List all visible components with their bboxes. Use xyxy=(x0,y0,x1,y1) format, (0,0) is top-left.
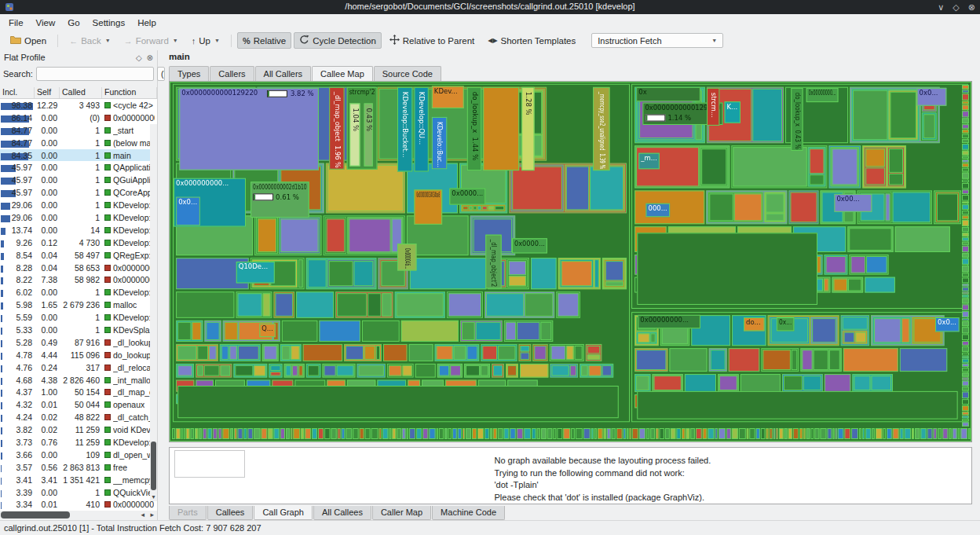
graph-overview-box[interactable] xyxy=(174,450,245,478)
cycle-detection-label: Cycle Detection xyxy=(313,36,376,46)
toolbar-separator xyxy=(57,35,58,47)
back-icon: ← xyxy=(69,36,78,46)
table-row[interactable]: 4.371.0050 154_dl_map_o xyxy=(0,386,157,398)
callee-map-canvas[interactable] xyxy=(170,82,971,442)
table-row[interactable]: 3.390.001QQuickVie xyxy=(0,486,157,499)
table-row[interactable]: 45.970.001QGuiApplic xyxy=(0,174,157,186)
table-row[interactable]: 3.570.562 863 813free xyxy=(0,461,157,474)
table-row[interactable]: 3.660.00109dl_open_w xyxy=(0,449,157,461)
menu-view[interactable]: View xyxy=(30,16,62,29)
up-button[interactable]: ↑ Up ▼ xyxy=(186,32,225,49)
table-row[interactable]: 5.330.001KDevSplas xyxy=(0,324,157,336)
search-input[interactable] xyxy=(36,67,154,81)
cycle-detection-toggle[interactable]: Cycle Detection xyxy=(294,32,382,49)
incl-cost-bar xyxy=(1,427,2,434)
tab-parts[interactable]: Parts xyxy=(169,506,207,520)
incl-cost-bar xyxy=(1,340,2,347)
table-row[interactable]: 5.280.4987 916_dl_lookup xyxy=(0,336,157,349)
tab-machine-code[interactable]: Machine Code xyxy=(432,506,505,520)
close-button[interactable]: ⊗ xyxy=(968,2,975,13)
dock-float-button[interactable]: ◇ xyxy=(136,53,142,62)
scroll-right-icon[interactable]: ▸ xyxy=(150,511,154,519)
table-row[interactable]: 4.760.24317_dl_relocat xyxy=(0,361,157,374)
menu-go[interactable]: Go xyxy=(61,16,86,29)
maximize-button[interactable]: ◇ xyxy=(953,2,959,13)
incl-cost-bar xyxy=(1,490,2,497)
open-button[interactable]: Open xyxy=(5,32,52,49)
forward-icon: → xyxy=(124,36,133,46)
incl-cost-bar xyxy=(1,290,3,297)
horizontal-scrollbar[interactable]: ◂ ▸ xyxy=(0,511,157,520)
table-row[interactable]: 3.340.014100x0000000 xyxy=(0,499,157,511)
function-type-icon xyxy=(104,127,111,134)
tab-caller-map[interactable]: Caller Map xyxy=(372,506,431,520)
tab-all-callees[interactable]: All Callees xyxy=(313,506,371,520)
table-row[interactable]: 5.981.652 679 236malloc xyxy=(0,299,157,311)
vertical-scrollbar-handle[interactable] xyxy=(151,442,156,490)
incl-cost-bar xyxy=(1,315,2,322)
table-row[interactable]: 29.060.001KDevelop:: xyxy=(0,199,157,211)
table-row[interactable]: 4.320.0150 044openaux xyxy=(0,398,157,411)
top-tabbar: Types Callers All Callers Callee Map Sou… xyxy=(169,65,442,81)
tab-types[interactable]: Types xyxy=(169,66,209,81)
minimize-button[interactable]: ∨ xyxy=(938,2,944,13)
table-row[interactable]: 6.020.001KDevelop:: xyxy=(0,286,157,299)
table-row[interactable]: 3.413.411 351 421__memcpy xyxy=(0,474,157,486)
chevron-down-icon: ▼ xyxy=(214,38,220,43)
window-title: /home/sergobot/Documents/GCI/screenshots… xyxy=(0,2,980,11)
table-row[interactable]: 4.240.0248 822_dl_catch_ xyxy=(0,411,157,423)
vertical-scrollbar[interactable]: ▾ xyxy=(150,124,157,501)
table-row[interactable]: 4.684.382 826 460_int_mallo xyxy=(0,374,157,387)
back-button-label: Back xyxy=(81,36,101,46)
table-row[interactable]: 84.770.001_start xyxy=(0,124,157,137)
column-header-called[interactable]: Called xyxy=(60,87,102,98)
tab-source-code[interactable]: Source Code xyxy=(374,66,441,81)
column-header-incl[interactable]: Incl. xyxy=(0,87,35,98)
column-header-self[interactable]: Self xyxy=(35,87,60,98)
shorten-templates-toggle[interactable]: ◀▶ Shorten Templates xyxy=(482,32,581,49)
table-row[interactable]: 45.970.001QApplicatio xyxy=(0,161,157,174)
horizontal-scrollbar-handle[interactable] xyxy=(1,511,70,519)
menu-file[interactable]: File xyxy=(2,16,30,29)
app-icon xyxy=(5,2,14,13)
tab-callees[interactable]: Callees xyxy=(207,506,254,520)
forward-button-label: Forward xyxy=(136,36,169,46)
table-row[interactable]: 8.227.3858 9820x00000000 xyxy=(0,273,157,286)
main-pane: main Types Callers All Callers Callee Ma… xyxy=(163,50,980,520)
incl-cost-bar xyxy=(1,415,2,422)
table-row[interactable]: 8.280.0458 6530x00000000 xyxy=(0,262,157,274)
relative-to-parent-toggle[interactable]: Relative to Parent xyxy=(384,32,480,49)
tab-callers[interactable]: Callers xyxy=(210,66,254,81)
tab-all-callers[interactable]: All Callers xyxy=(255,66,312,81)
tab-call-graph[interactable]: Call Graph xyxy=(254,506,313,520)
column-header-function[interactable]: Function xyxy=(102,87,157,98)
function-type-icon xyxy=(104,452,111,458)
scroll-left-icon[interactable]: ◂ xyxy=(141,511,144,519)
menu-settings[interactable]: Settings xyxy=(86,16,132,29)
incl-cost-bar xyxy=(1,203,10,210)
relative-toggle[interactable]: % Relative xyxy=(237,32,291,49)
forward-button[interactable]: → Forward ▼ xyxy=(119,32,184,49)
table-row[interactable]: 45.970.001QCoreAppl xyxy=(0,186,157,199)
table-row[interactable]: 84.770.001(below mai xyxy=(0,137,157,149)
tab-callee-map[interactable]: Callee Map xyxy=(312,66,373,81)
flat-profile-dock: Flat Profile ◇ ⊗ Search: (No Grouping) ▼… xyxy=(0,50,158,520)
table-row[interactable]: 8.540.0458 497QRegExp:: xyxy=(0,249,157,262)
table-row[interactable]: 3.730.7611 259KDevelop:: xyxy=(0,436,157,449)
dock-close-button[interactable]: ⊗ xyxy=(147,53,153,62)
table-row[interactable]: 9.260.124 730KDevelop:: xyxy=(0,236,157,249)
table-row[interactable]: 29.060.001KDevelop:: xyxy=(0,211,157,224)
menu-help[interactable]: Help xyxy=(131,16,163,29)
table-row[interactable]: 5.590.001KDevelop:: xyxy=(0,311,157,324)
event-type-select[interactable]: Instruction Fetch ▼ xyxy=(591,33,723,48)
table-row[interactable]: 4.784.44115 096do_lookup xyxy=(0,349,157,361)
table-row[interactable]: 86.140.00(0)0x00000000 xyxy=(0,112,157,124)
table-row[interactable]: 3.820.0211 259void KDev xyxy=(0,423,157,436)
scroll-down-icon[interactable]: ▾ xyxy=(150,493,157,500)
back-button[interactable]: ← Back ▼ xyxy=(64,32,116,49)
function-type-icon xyxy=(104,327,111,333)
table-row[interactable]: 98.3812.293 493<cycle 42> xyxy=(0,99,157,112)
table-row[interactable]: 84.350.001main xyxy=(0,149,157,162)
function-type-icon xyxy=(104,339,111,346)
table-row[interactable]: 13.740.0014KDevelop:: xyxy=(0,224,157,236)
